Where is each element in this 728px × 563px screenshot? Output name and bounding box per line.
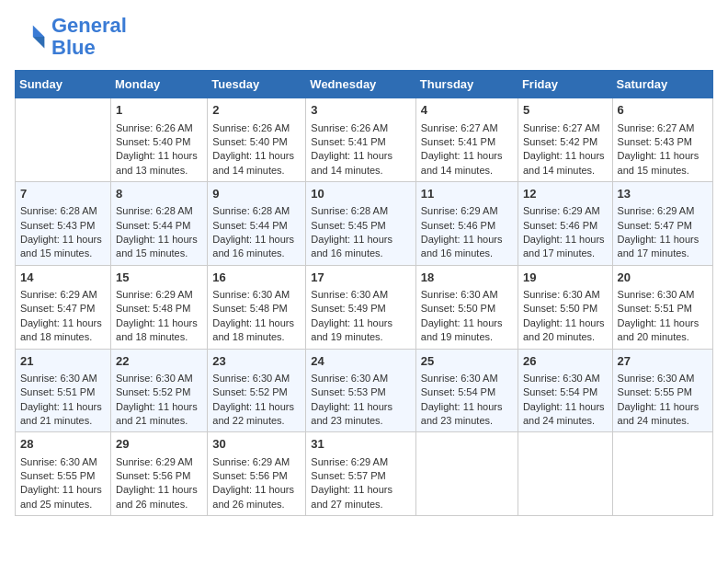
sunset: Sunset: 5:46 PM	[421, 220, 495, 231]
day-number: 11	[421, 186, 513, 202]
daylight: Daylight: 11 hours and 20 minutes.	[523, 317, 605, 342]
sunset: Sunset: 5:43 PM	[20, 220, 95, 231]
day-cell: 17Sunrise: 6:30 AMSunset: 5:49 PMDayligh…	[306, 265, 415, 349]
daylight: Daylight: 11 hours and 24 minutes.	[618, 401, 700, 426]
day-number: 24	[311, 353, 410, 370]
daylight: Daylight: 11 hours and 19 minutes.	[311, 317, 392, 342]
header-row: SundayMondayTuesdayWednesdayThursdayFrid…	[16, 71, 713, 98]
day-number: 17	[311, 270, 410, 286]
day-number: 3	[311, 102, 410, 119]
day-cell: 28Sunrise: 6:30 AMSunset: 5:55 PMDayligh…	[16, 432, 111, 516]
sunrise: Sunrise: 6:26 AM	[116, 122, 193, 133]
sunset: Sunset: 5:43 PM	[618, 136, 692, 147]
daylight: Daylight: 11 hours and 17 minutes.	[618, 234, 700, 259]
day-number: 22	[116, 353, 202, 370]
sunset: Sunset: 5:51 PM	[618, 303, 692, 314]
daylight: Daylight: 11 hours and 15 minutes.	[618, 150, 700, 175]
day-cell: 23Sunrise: 6:30 AMSunset: 5:52 PMDayligh…	[208, 349, 306, 432]
day-number: 18	[421, 270, 513, 286]
svg-marker-0	[33, 26, 45, 38]
day-number: 4	[421, 102, 513, 119]
day-number: 29	[116, 436, 202, 453]
sunset: Sunset: 5:40 PM	[212, 136, 287, 147]
daylight: Daylight: 11 hours and 14 minutes.	[212, 150, 294, 175]
day-number: 31	[311, 436, 410, 453]
sunrise: Sunrise: 6:26 AM	[212, 122, 290, 133]
sunrise: Sunrise: 6:30 AM	[311, 373, 388, 384]
sunrise: Sunrise: 6:26 AM	[311, 122, 388, 133]
day-number: 7	[20, 186, 106, 202]
day-cell: 11Sunrise: 6:29 AMSunset: 5:46 PMDayligh…	[415, 182, 518, 266]
sunrise: Sunrise: 6:29 AM	[523, 205, 600, 216]
sunrise: Sunrise: 6:27 AM	[523, 122, 600, 133]
week-row-3: 14Sunrise: 6:29 AMSunset: 5:47 PMDayligh…	[16, 265, 713, 349]
day-cell: 6Sunrise: 6:27 AMSunset: 5:43 PMDaylight…	[612, 98, 712, 182]
sunrise: Sunrise: 6:30 AM	[523, 373, 600, 384]
day-cell: 5Sunrise: 6:27 AMSunset: 5:42 PMDaylight…	[518, 98, 612, 182]
sunset: Sunset: 5:53 PM	[311, 386, 385, 397]
day-cell: 15Sunrise: 6:29 AMSunset: 5:48 PMDayligh…	[111, 265, 208, 349]
day-cell: 7Sunrise: 6:28 AMSunset: 5:43 PMDaylight…	[16, 182, 111, 266]
sunrise: Sunrise: 6:30 AM	[311, 289, 388, 300]
sunrise: Sunrise: 6:27 AM	[421, 122, 498, 133]
day-number: 16	[212, 270, 301, 286]
daylight: Daylight: 11 hours and 25 minutes.	[20, 484, 102, 509]
day-number: 13	[618, 186, 708, 202]
day-number: 5	[523, 102, 608, 119]
col-header-wednesday: Wednesday	[306, 71, 415, 98]
day-cell: 27Sunrise: 6:30 AMSunset: 5:55 PMDayligh…	[612, 349, 712, 432]
day-cell: 8Sunrise: 6:28 AMSunset: 5:44 PMDaylight…	[111, 182, 208, 266]
sunrise: Sunrise: 6:30 AM	[618, 373, 695, 384]
col-header-friday: Friday	[518, 71, 612, 98]
daylight: Daylight: 11 hours and 15 minutes.	[20, 234, 102, 259]
sunset: Sunset: 5:47 PM	[20, 303, 95, 314]
day-cell: 12Sunrise: 6:29 AMSunset: 5:46 PMDayligh…	[518, 182, 612, 266]
sunset: Sunset: 5:45 PM	[311, 220, 385, 231]
sunset: Sunset: 5:47 PM	[618, 220, 692, 231]
sunset: Sunset: 5:44 PM	[116, 220, 190, 231]
col-header-sunday: Sunday	[16, 71, 111, 98]
sunrise: Sunrise: 6:28 AM	[20, 205, 97, 216]
logo: General Blue	[15, 15, 127, 59]
day-cell	[16, 98, 111, 182]
sunset: Sunset: 5:52 PM	[116, 386, 190, 397]
sunset: Sunset: 5:44 PM	[212, 220, 287, 231]
sunrise: Sunrise: 6:29 AM	[20, 289, 97, 300]
day-cell: 24Sunrise: 6:30 AMSunset: 5:53 PMDayligh…	[306, 349, 415, 432]
sunset: Sunset: 5:56 PM	[116, 470, 190, 481]
week-row-5: 28Sunrise: 6:30 AMSunset: 5:55 PMDayligh…	[16, 432, 713, 516]
day-number: 12	[523, 186, 608, 202]
sunset: Sunset: 5:57 PM	[311, 470, 385, 481]
day-number: 19	[523, 270, 608, 286]
day-cell: 1Sunrise: 6:26 AMSunset: 5:40 PMDaylight…	[111, 98, 208, 182]
sunrise: Sunrise: 6:30 AM	[20, 373, 97, 384]
sunrise: Sunrise: 6:28 AM	[116, 205, 193, 216]
sunset: Sunset: 5:54 PM	[421, 386, 495, 397]
day-number: 28	[20, 436, 106, 453]
daylight: Daylight: 11 hours and 17 minutes.	[523, 234, 605, 259]
daylight: Daylight: 11 hours and 14 minutes.	[421, 150, 503, 175]
col-header-saturday: Saturday	[612, 71, 712, 98]
sunrise: Sunrise: 6:29 AM	[311, 456, 388, 467]
sunrise: Sunrise: 6:27 AM	[618, 122, 695, 133]
sunrise: Sunrise: 6:29 AM	[212, 456, 290, 467]
daylight: Daylight: 11 hours and 18 minutes.	[116, 317, 198, 342]
daylight: Daylight: 11 hours and 18 minutes.	[20, 317, 102, 342]
sunset: Sunset: 5:50 PM	[421, 303, 495, 314]
sunrise: Sunrise: 6:29 AM	[116, 456, 193, 467]
day-cell: 10Sunrise: 6:28 AMSunset: 5:45 PMDayligh…	[306, 182, 415, 266]
day-cell: 19Sunrise: 6:30 AMSunset: 5:50 PMDayligh…	[518, 265, 612, 349]
day-number: 26	[523, 353, 608, 370]
logo-text: General Blue	[51, 15, 127, 59]
daylight: Daylight: 11 hours and 21 minutes.	[20, 401, 102, 426]
day-cell: 21Sunrise: 6:30 AMSunset: 5:51 PMDayligh…	[16, 349, 111, 432]
sunset: Sunset: 5:48 PM	[212, 303, 287, 314]
daylight: Daylight: 11 hours and 16 minutes.	[311, 234, 392, 259]
day-cell: 20Sunrise: 6:30 AMSunset: 5:51 PMDayligh…	[612, 265, 712, 349]
sunset: Sunset: 5:52 PM	[212, 386, 287, 397]
col-header-monday: Monday	[111, 71, 208, 98]
day-number: 2	[212, 102, 301, 119]
sunrise: Sunrise: 6:28 AM	[311, 205, 388, 216]
day-number: 20	[618, 270, 708, 286]
day-cell	[415, 432, 518, 516]
